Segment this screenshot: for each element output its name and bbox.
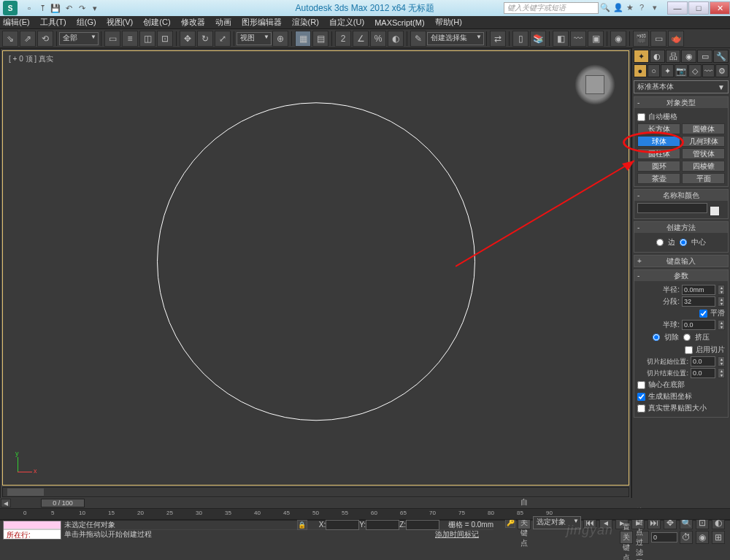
app-icon[interactable]: S [3, 1, 18, 15]
realworld-checkbox[interactable] [637, 404, 645, 413]
autogrid-checkbox[interactable] [637, 113, 645, 121]
minimize-button[interactable]: — [667, 1, 688, 15]
selection-filter-dropdown[interactable]: 全部 [59, 32, 99, 45]
obj-torus[interactable]: 圆环 [637, 161, 680, 172]
cat-geometry[interactable]: ● [634, 64, 647, 77]
redo-icon[interactable]: ↷ [76, 2, 88, 14]
snap-angle-icon[interactable]: ∠ [353, 31, 369, 47]
help-search-input[interactable]: 键入关键字或短语 [504, 2, 599, 14]
current-frame-input[interactable] [651, 532, 677, 542]
chop-radio[interactable] [653, 334, 660, 341]
radius-spinner[interactable]: 0.0mm [682, 285, 715, 295]
slice-from-spinner[interactable]: 0.0 [691, 356, 715, 367]
named-selset-dropdown[interactable]: 创建选择集 [427, 32, 484, 45]
menu-grapheditors[interactable]: 图形编辑器 [242, 17, 282, 28]
obj-pyramid[interactable]: 四棱锥 [682, 161, 725, 172]
menu-help[interactable]: 帮助(H) [435, 17, 462, 28]
bind-icon[interactable]: ⟲ [37, 31, 53, 47]
menu-animation[interactable]: 动画 [215, 17, 231, 28]
obj-cone[interactable]: 圆锥体 [682, 123, 725, 134]
timeconfig-icon[interactable]: ⏱ [680, 531, 693, 544]
keyfilter-button[interactable]: 关键点过滤器... [636, 531, 649, 544]
scale-icon[interactable]: ⤢ [215, 31, 231, 47]
smooth-checkbox[interactable] [699, 310, 707, 318]
infocenter-icon[interactable]: 🔍 [600, 3, 610, 13]
select-region-icon[interactable]: ◫ [139, 31, 155, 47]
script-listener[interactable]: 所在行: [3, 521, 61, 540]
unlink-icon[interactable]: ⇗ [20, 31, 36, 47]
base-pivot-checkbox[interactable] [637, 381, 645, 389]
object-color-swatch[interactable] [710, 206, 720, 216]
menu-maxscript[interactable]: MAXScript(M) [374, 18, 424, 27]
tab-hierarchy[interactable]: 品 [666, 50, 681, 63]
rollout-head-namecolor[interactable]: 名称和颜色 [634, 190, 728, 201]
window-crossing-icon[interactable]: ⊡ [157, 31, 173, 47]
segments-spinner[interactable]: 32 [682, 296, 715, 307]
cat-lights[interactable]: ✦ [661, 64, 674, 77]
snap-2d-icon[interactable]: 2 [335, 31, 351, 47]
link-icon[interactable]: ⇘ [2, 31, 18, 47]
cat-systems[interactable]: ⚙ [715, 64, 729, 77]
obj-plane[interactable]: 平面 [682, 173, 725, 184]
viewport-label[interactable]: [ + 0 顶 ] 真实 [9, 54, 53, 64]
tab-motion[interactable]: ◉ [681, 50, 696, 63]
pivot-icon[interactable]: ⊕ [272, 31, 288, 47]
undo-icon[interactable]: ↶ [63, 2, 74, 14]
cat-spacewarps[interactable]: 〰 [702, 64, 715, 77]
rollout-head-params[interactable]: 参数 [634, 270, 728, 281]
graphite-icon[interactable]: ◧ [553, 31, 569, 47]
hemisphere-spinner[interactable]: 0.0 [682, 320, 715, 330]
viewcube[interactable] [575, 64, 615, 105]
help-icon[interactable]: ? [639, 3, 650, 13]
tab-display[interactable]: ▭ [697, 50, 712, 63]
tab-create[interactable]: ✦ [634, 50, 649, 63]
time-slider-handle[interactable]: 0 / 100 [41, 499, 85, 507]
cat-cameras[interactable]: 📷 [675, 64, 688, 77]
cat-helpers[interactable]: ◇ [688, 64, 702, 77]
render-icon[interactable]: 🫖 [668, 31, 684, 47]
move-icon[interactable]: ✥ [180, 31, 196, 47]
rotate-icon[interactable]: ↻ [197, 31, 213, 47]
material-editor-icon[interactable]: ◉ [610, 31, 626, 47]
genmap-checkbox[interactable] [637, 393, 645, 401]
menu-customize[interactable]: 自定义(U) [329, 17, 364, 28]
help-dropdown-icon[interactable]: ▾ [653, 3, 663, 13]
schematic-icon[interactable]: ▣ [588, 31, 604, 47]
menu-modifiers[interactable]: 修改器 [181, 17, 205, 28]
snap-percent-icon[interactable]: % [370, 31, 386, 47]
method-center-radio[interactable] [680, 239, 687, 246]
obj-teapot[interactable]: 茶壶 [637, 173, 680, 184]
maximize-button[interactable]: □ [688, 1, 709, 15]
render-setup-icon[interactable]: 🎬 [633, 31, 649, 47]
rollout-head-objtype[interactable]: 对象类型 [634, 97, 728, 108]
time-ruler[interactable]: 0 5 10 15 20 25 30 35 40 45 50 55 60 65 … [0, 508, 730, 520]
close-button[interactable]: ✕ [710, 1, 730, 15]
geometry-type-dropdown[interactable]: 标准基本体▼ [634, 80, 729, 93]
menu-render[interactable]: 渲染(R) [292, 17, 319, 28]
squash-radio[interactable] [683, 334, 691, 341]
object-name-input[interactable] [637, 203, 707, 213]
viewport-canvas[interactable]: [ + 0 顶 ] 真实 [2, 50, 629, 486]
sphere-wireframe[interactable] [157, 102, 475, 421]
obj-cylinder[interactable]: 圆柱体 [637, 148, 680, 159]
add-time-tag[interactable]: 添加时间标记 [435, 529, 479, 540]
spinner-snap-icon[interactable]: ◐ [388, 31, 404, 47]
favorites-icon[interactable]: ★ [626, 3, 637, 13]
rollout-head-keyboard[interactable]: 键盘输入 [634, 256, 728, 266]
select-manip-icon[interactable]: ▦ [295, 31, 311, 47]
rollout-head-method[interactable]: 创建方法 [634, 222, 728, 233]
named-selset-edit-icon[interactable]: ✎ [410, 31, 426, 47]
viewport-scrollbar[interactable] [2, 487, 629, 497]
refcoord-dropdown[interactable]: 视图 [237, 32, 272, 45]
save-icon[interactable]: 💾 [50, 2, 61, 14]
lock-icon[interactable]: 🔒 [297, 520, 307, 530]
layers-icon[interactable]: 📚 [530, 31, 546, 47]
keyboard-shortcut-icon[interactable]: ▤ [312, 31, 328, 47]
cat-shapes[interactable]: ○ [648, 64, 661, 77]
coord-x-input[interactable] [326, 520, 359, 530]
tab-utilities[interactable]: 🔧 [713, 50, 729, 63]
setkey-button[interactable]: 设置关键点 [620, 531, 633, 544]
align-icon[interactable]: ▯ [512, 31, 529, 47]
nav-orbit-icon[interactable]: ◉ [696, 531, 709, 544]
select-icon[interactable]: ▭ [104, 31, 120, 47]
